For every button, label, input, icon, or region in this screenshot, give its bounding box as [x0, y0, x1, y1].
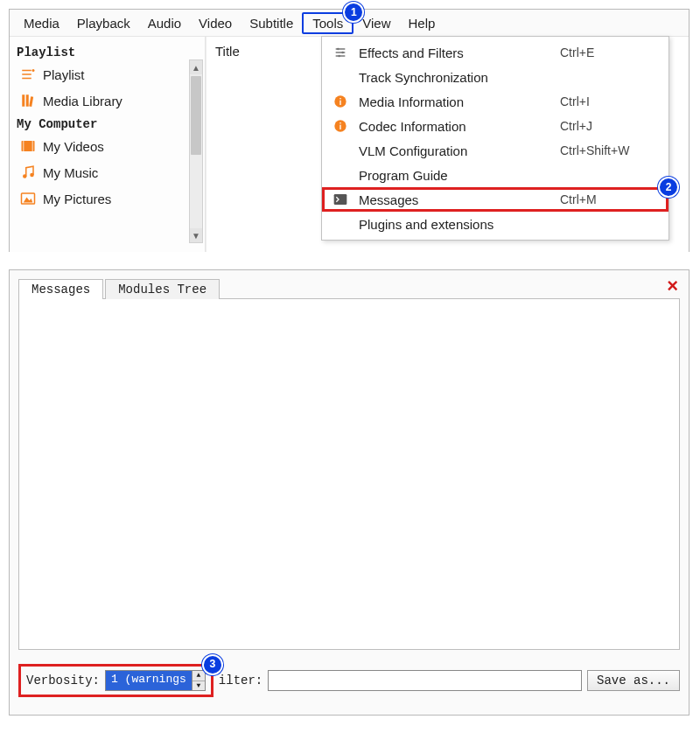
scroll-down-arrow-icon[interactable]: ▼: [190, 228, 202, 242]
menu-item-label: VLM Configuration: [359, 143, 551, 158]
sidebar-item-my-pictures[interactable]: My Pictures: [15, 185, 203, 212]
sidebar-item-playlist[interactable]: Playlist: [15, 61, 203, 87]
sidebar-item-label: My Videos: [43, 139, 104, 154]
library-icon: [20, 93, 36, 108]
svg-point-16: [338, 55, 340, 58]
step-badge-2: 2: [658, 177, 679, 198]
menubar: Media Playback Audio Video Subtitle Tool…: [10, 10, 689, 37]
menu-item-codec-info[interactable]: Codec Information Ctrl+J: [322, 114, 668, 138]
step-badge-3: 3: [202, 654, 223, 675]
menu-item-label: Plugins and extensions: [359, 217, 551, 232]
messages-bottom-bar: Verbosity: 1 (warnings ▲ ▼ 3 ilter: Save…: [18, 664, 680, 697]
menu-item-vlm-config[interactable]: VLM Configuration Ctrl+Shift+W: [322, 138, 668, 163]
menu-playback[interactable]: Playback: [68, 12, 139, 34]
svg-rect-18: [340, 101, 340, 105]
info-icon: [331, 94, 350, 108]
menu-item-label: Effects and Filters: [359, 45, 551, 60]
sidebar-item-my-videos[interactable]: My Videos: [15, 133, 203, 159]
menu-help[interactable]: Help: [400, 12, 444, 34]
vlc-main-window: Media Playback Audio Video Subtitle Tool…: [9, 9, 690, 252]
menu-item-plugins[interactable]: Plugins and extensions: [322, 212, 668, 236]
svg-point-11: [30, 173, 34, 178]
sidebar-item-label: My Pictures: [43, 192, 111, 206]
sidebar-item-label: Media Library: [43, 94, 122, 108]
menu-item-effects-filters[interactable]: Effects and Filters Ctrl+E: [322, 40, 668, 65]
menu-item-shortcut: Ctrl+I: [560, 94, 656, 108]
menu-item-shortcut: Ctrl+J: [560, 119, 656, 133]
sidebar-item-media-library[interactable]: Media Library: [15, 87, 203, 114]
svg-point-14: [337, 48, 340, 51]
menu-item-shortcut: Ctrl+E: [560, 45, 656, 59]
svg-rect-9: [32, 141, 34, 151]
verbosity-value[interactable]: 1 (warnings: [106, 671, 192, 690]
tab-bar: Messages Modules Tree ×: [18, 276, 680, 298]
sidebar-section-playlist: Playlist: [15, 42, 203, 61]
menu-item-label: Track Synchronization: [359, 70, 551, 85]
sidebar-scrollbar[interactable]: ▲ ▼: [189, 59, 203, 243]
menu-tools[interactable]: Tools 1: [302, 12, 354, 34]
sidebar-item-label: Playlist: [43, 67, 85, 82]
menu-item-messages[interactable]: Messages Ctrl+M 2: [322, 187, 668, 212]
scroll-thumb[interactable]: [191, 76, 201, 155]
svg-rect-22: [340, 122, 340, 123]
save-as-button[interactable]: Save as...: [587, 670, 680, 691]
filter-input[interactable]: [268, 670, 582, 691]
terminal-icon: [331, 193, 350, 206]
sliders-icon: [331, 45, 350, 59]
tab-messages[interactable]: Messages: [18, 279, 103, 299]
sidebar-item-my-music[interactable]: My Music: [15, 159, 203, 185]
video-icon: [20, 138, 36, 154]
messages-textarea[interactable]: [18, 298, 680, 650]
svg-rect-0: [22, 70, 32, 72]
verbosity-spinbox[interactable]: 1 (warnings ▲ ▼: [105, 670, 206, 691]
menu-subtitle[interactable]: Subtitle: [241, 12, 302, 34]
svg-point-15: [341, 52, 344, 54]
verbosity-group: Verbosity: 1 (warnings ▲ ▼ 3: [18, 664, 214, 697]
menu-video[interactable]: Video: [190, 12, 241, 34]
menu-tools-label: Tools: [312, 16, 343, 31]
svg-rect-5: [26, 94, 29, 107]
menu-item-shortcut: Ctrl+Shift+W: [560, 143, 656, 157]
info-icon: [331, 119, 350, 133]
svg-rect-6: [29, 96, 33, 107]
menu-audio[interactable]: Audio: [139, 12, 190, 34]
tab-modules-tree[interactable]: Modules Tree: [105, 279, 220, 299]
tools-dropdown: Effects and Filters Ctrl+E Track Synchro…: [321, 36, 669, 241]
menu-item-shortcut: Ctrl+M: [560, 192, 656, 206]
svg-rect-2: [22, 78, 32, 80]
svg-marker-13: [24, 198, 33, 203]
scroll-up-arrow-icon[interactable]: ▲: [190, 60, 202, 74]
svg-rect-8: [23, 141, 24, 151]
menu-item-label: Media Information: [359, 94, 551, 109]
pictures-icon: [20, 191, 36, 206]
sidebar: Playlist Playlist Media Library My Compu…: [10, 37, 206, 252]
menu-item-program-guide[interactable]: Program Guide: [322, 163, 668, 187]
svg-rect-4: [22, 94, 24, 107]
messages-window: Messages Modules Tree × Verbosity: 1 (wa…: [9, 269, 690, 716]
svg-rect-1: [22, 73, 32, 75]
svg-rect-23: [334, 194, 347, 205]
menu-item-media-info[interactable]: Media Information Ctrl+I: [322, 89, 668, 114]
svg-rect-21: [340, 125, 340, 129]
spin-down-icon[interactable]: ▼: [192, 681, 205, 691]
spin-up-icon[interactable]: ▲: [192, 671, 205, 681]
menu-item-label: Messages: [359, 192, 551, 207]
menu-item-label: Codec Information: [359, 119, 551, 134]
svg-rect-19: [340, 98, 340, 99]
svg-point-10: [23, 174, 27, 178]
step-badge-1: 1: [343, 2, 364, 23]
sidebar-item-label: My Music: [43, 165, 98, 180]
playlist-icon: [20, 66, 36, 82]
svg-point-3: [32, 69, 35, 72]
sidebar-section-mycomputer: My Computer: [15, 114, 203, 133]
menu-item-track-sync[interactable]: Track Synchronization: [322, 65, 668, 89]
close-icon[interactable]: ×: [667, 275, 678, 297]
filter-label: ilter:: [219, 674, 262, 688]
music-icon: [20, 164, 36, 180]
menu-media[interactable]: Media: [15, 12, 68, 34]
verbosity-label: Verbosity:: [26, 674, 100, 688]
menu-item-label: Program Guide: [359, 168, 551, 183]
